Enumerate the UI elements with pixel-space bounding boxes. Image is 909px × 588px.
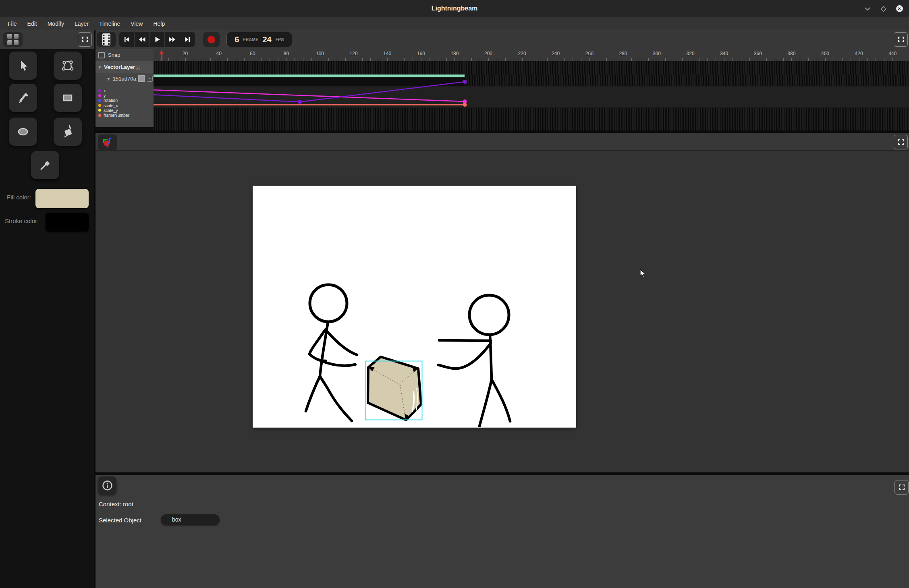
eyedropper-icon xyxy=(38,158,52,172)
property-name: rotation xyxy=(104,98,118,103)
menu-item-timeline[interactable]: Timeline xyxy=(94,17,125,30)
selected-object-label: Selected Object xyxy=(99,517,141,524)
rewind-button[interactable] xyxy=(135,32,150,47)
menu-item-file[interactable]: File xyxy=(2,17,22,30)
info-button[interactable] xyxy=(98,476,116,495)
fps-value: 24 xyxy=(262,35,271,44)
timeline-menu-button[interactable] xyxy=(97,32,116,47)
menu-item-modify[interactable]: Modify xyxy=(42,17,69,30)
symbol-row[interactable]: ▼ 151ad70a... ~ xyxy=(95,73,154,84)
fast-forward-button[interactable] xyxy=(165,32,180,47)
playhead-stem[interactable] xyxy=(161,54,162,61)
stroke-color-swatch[interactable] xyxy=(46,213,89,232)
property-row-y[interactable]: y xyxy=(95,93,154,98)
record-icon xyxy=(208,36,215,43)
animation-curves xyxy=(154,49,909,130)
skip-to-end-icon xyxy=(184,35,192,43)
property-color-dot xyxy=(98,94,101,97)
stage[interactable] xyxy=(253,186,576,427)
canvas-tab-strip xyxy=(95,133,909,151)
property-row-frameNumber[interactable]: frameNumber xyxy=(95,113,154,118)
timeline-toolbar: 6 FRAME 24 FPS xyxy=(95,30,909,49)
transform-icon xyxy=(60,58,75,73)
skip-to-start-button[interactable] xyxy=(119,32,135,47)
timeline-expand-button[interactable] xyxy=(894,32,908,47)
menu-item-help[interactable]: Help xyxy=(148,17,170,30)
stick-figure-right[interactable] xyxy=(438,295,510,426)
transform-tool-button[interactable] xyxy=(54,52,82,80)
fullscreen-icon xyxy=(82,36,88,43)
play-button[interactable] xyxy=(150,32,165,47)
property-row-rotation[interactable]: rotation xyxy=(95,98,154,103)
tools-panel-expand-button[interactable] xyxy=(78,32,92,47)
box-object[interactable] xyxy=(366,357,422,420)
ellipse-icon xyxy=(16,125,30,139)
fill-color-label: Fill color: xyxy=(7,194,31,201)
property-name: frameNumber xyxy=(104,113,129,118)
snap-checkbox[interactable] xyxy=(98,52,105,58)
ellipse-tool-button[interactable] xyxy=(9,118,37,146)
property-list: xyrotationscale_xscale_yframeNumber xyxy=(95,84,154,118)
property-name: scale_y xyxy=(104,108,118,113)
keyframe-x-186[interactable] xyxy=(463,80,467,84)
skip-to-end-button[interactable] xyxy=(180,32,195,47)
collapse-triangle-icon[interactable]: ▼ xyxy=(98,65,102,70)
rectangle-icon xyxy=(61,91,75,105)
layers-panel: ▼ VectorLayer [L] ▼ 151ad70a... ~ xyrota… xyxy=(95,61,154,127)
visibility-toggle[interactable] xyxy=(138,75,145,82)
layer-badge: [L] xyxy=(135,65,140,70)
layer-row-vectorlayer[interactable]: ▼ VectorLayer [L] xyxy=(95,61,154,73)
collapse-triangle-icon[interactable]: ▼ xyxy=(106,77,111,81)
curve-y xyxy=(154,90,465,101)
eyedropper-tool-button[interactable] xyxy=(31,151,59,179)
menu-item-layer[interactable]: Layer xyxy=(69,17,94,30)
play-icon xyxy=(153,35,161,43)
property-row-scale_x[interactable]: scale_x xyxy=(95,103,154,108)
skip-to-start-icon xyxy=(122,35,131,43)
panel-divider xyxy=(95,472,909,475)
fullscreen-icon xyxy=(898,36,904,43)
select-tool-button[interactable] xyxy=(9,52,37,80)
menu-item-view[interactable]: View xyxy=(125,17,148,30)
property-name: x xyxy=(104,88,106,93)
title-bar: Lightningbeam ✕ xyxy=(0,0,909,17)
timeline-panel: Snap ▼ VectorLayer [L] ▼ 151ad70a... ~ x… xyxy=(95,49,909,130)
playhead-icon[interactable] xyxy=(159,50,164,54)
snap-label: Snap xyxy=(108,49,120,61)
chevron-down-icon xyxy=(865,7,870,10)
property-color-dot xyxy=(98,109,101,112)
property-name: scale_x xyxy=(104,103,118,108)
film-strip-icon xyxy=(102,33,110,46)
property-row-scale_y[interactable]: scale_y xyxy=(95,108,154,113)
fullscreen-icon xyxy=(898,139,904,145)
property-name: y xyxy=(104,93,106,98)
pencil-icon xyxy=(16,91,30,105)
keyframe-frameNumber-186[interactable] xyxy=(463,103,467,107)
canvas-workspace[interactable] xyxy=(95,151,909,472)
scene-tab-button[interactable] xyxy=(98,135,117,150)
canvas-expand-button[interactable] xyxy=(894,135,908,149)
close-circle-x-icon: ✕ xyxy=(896,5,903,12)
property-color-dot xyxy=(98,99,101,102)
paint-bucket-tool-button[interactable] xyxy=(54,118,82,146)
rectangle-tool-button[interactable] xyxy=(54,84,82,112)
maximize-button[interactable] xyxy=(878,0,889,17)
fill-color-swatch[interactable] xyxy=(35,189,89,208)
status-panel-expand-button[interactable] xyxy=(894,480,909,495)
tools-grid-button[interactable] xyxy=(3,32,23,47)
property-row-x[interactable]: x xyxy=(95,88,154,93)
timeline-tracks[interactable]: 0204060801001201401601802002202402602803… xyxy=(154,49,909,130)
fullscreen-icon xyxy=(899,484,905,491)
stick-figure-left[interactable] xyxy=(306,285,357,421)
context-label: Context: root xyxy=(99,501,133,507)
pencil-tool-button[interactable] xyxy=(9,84,37,112)
minimize-button[interactable] xyxy=(862,0,873,17)
selected-object-value[interactable]: box xyxy=(161,514,220,525)
menu-item-edit[interactable]: Edit xyxy=(22,17,42,30)
layer-name: VectorLayer xyxy=(104,64,135,70)
record-button[interactable] xyxy=(203,32,220,47)
stage-canvas[interactable] xyxy=(253,186,576,427)
close-button[interactable]: ✕ xyxy=(894,0,905,17)
tween-toggle[interactable]: ~ xyxy=(147,76,153,82)
keyframe-x-88[interactable] xyxy=(298,100,302,104)
